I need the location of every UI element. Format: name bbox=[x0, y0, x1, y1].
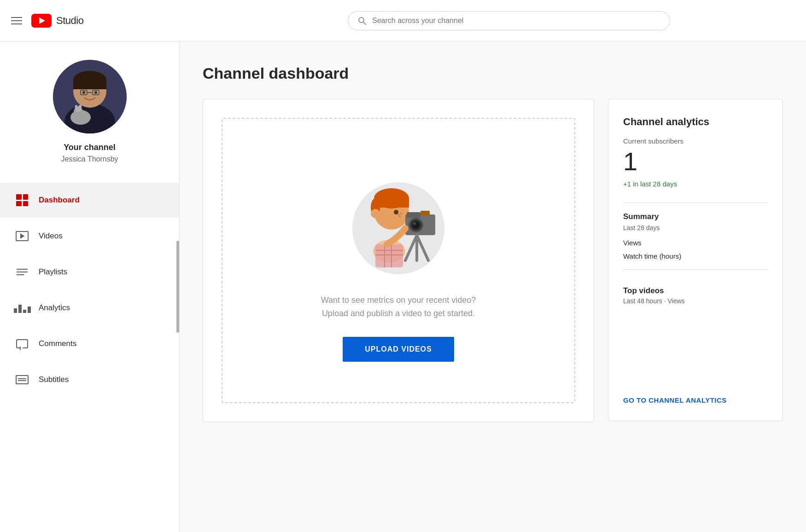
svg-rect-8 bbox=[73, 80, 106, 89]
sidebar-item-playlists[interactable]: Playlists bbox=[0, 254, 179, 289]
comments-icon bbox=[15, 336, 29, 351]
upload-videos-button[interactable]: UPLOAD VIDEOS bbox=[343, 337, 454, 362]
metric-views: Views bbox=[623, 239, 768, 247]
search-bar bbox=[223, 11, 795, 30]
nav-items: Dashboard Videos Playlists bbox=[0, 182, 179, 398]
sidebar-item-label-playlists: Playlists bbox=[39, 267, 67, 277]
upload-prompt: Want to see metrics on your recent video… bbox=[321, 294, 476, 320]
svg-point-13 bbox=[94, 91, 97, 94]
subtitles-icon bbox=[15, 372, 29, 387]
summary-title: Summary bbox=[623, 212, 768, 221]
svg-rect-40 bbox=[421, 211, 430, 215]
avatar bbox=[53, 60, 127, 133]
subscribers-label: Current subscribers bbox=[623, 137, 768, 145]
sidebar-item-videos[interactable]: Videos bbox=[0, 219, 179, 254]
upload-card-inner: Want to see metrics on your recent video… bbox=[222, 118, 575, 403]
sidebar: Your channel Jessica Thornsby Dashboard … bbox=[0, 41, 180, 532]
sidebar-item-label-subtitles: Subtitles bbox=[39, 375, 69, 384]
svg-line-3 bbox=[363, 22, 366, 24]
sidebar-item-dashboard[interactable]: Dashboard bbox=[0, 183, 179, 218]
svg-point-12 bbox=[82, 91, 85, 94]
top-videos-title: Top videos bbox=[623, 286, 768, 295]
dashboard-icon bbox=[15, 193, 29, 208]
metric-watch-time: Watch time (hours) bbox=[623, 252, 768, 260]
upload-card: Want to see metrics on your recent video… bbox=[203, 99, 594, 422]
svg-rect-35 bbox=[407, 212, 421, 218]
svg-point-29 bbox=[394, 210, 398, 214]
sidebar-item-analytics[interactable]: Analytics bbox=[0, 290, 179, 325]
svg-point-32 bbox=[399, 215, 401, 217]
camera-illustration bbox=[339, 159, 458, 279]
analytics-divider-1 bbox=[623, 202, 768, 203]
topbar-left: Studio bbox=[11, 14, 223, 28]
svg-point-39 bbox=[413, 222, 416, 225]
sidebar-item-comments[interactable]: Comments bbox=[0, 326, 179, 361]
sidebar-item-label-comments: Comments bbox=[39, 339, 76, 348]
svg-point-33 bbox=[371, 209, 380, 218]
svg-point-31 bbox=[400, 213, 402, 214]
page-title: Channel dashboard bbox=[203, 64, 783, 82]
channel-username: Jessica Thornsby bbox=[61, 155, 118, 163]
logo-area: Studio bbox=[31, 14, 83, 28]
analytics-card: Channel analytics Current subscribers 1 … bbox=[608, 99, 783, 421]
go-to-channel-analytics-button[interactable]: GO TO CHANNEL ANALYTICS bbox=[623, 385, 768, 404]
dashboard-grid: Want to see metrics on your recent video… bbox=[203, 99, 783, 422]
sidebar-item-label-videos: Videos bbox=[39, 231, 63, 241]
svg-point-30 bbox=[397, 214, 399, 215]
subscribers-count: 1 bbox=[623, 149, 768, 174]
sidebar-scrollbar[interactable] bbox=[176, 241, 179, 333]
channel-name: Your channel bbox=[64, 143, 116, 152]
search-container bbox=[348, 11, 670, 30]
sidebar-item-subtitles[interactable]: Subtitles bbox=[0, 362, 179, 397]
analytics-card-title: Channel analytics bbox=[623, 116, 768, 128]
analytics-icon bbox=[15, 301, 29, 315]
search-input[interactable] bbox=[372, 17, 660, 25]
svg-rect-20 bbox=[375, 244, 403, 267]
analytics-divider-2 bbox=[623, 269, 768, 270]
layout: Your channel Jessica Thornsby Dashboard … bbox=[0, 0, 806, 532]
topbar: Studio bbox=[0, 0, 806, 41]
video-icon bbox=[15, 229, 29, 243]
youtube-logo-icon bbox=[31, 14, 52, 28]
top-videos-sub: Last 48 hours · Views bbox=[623, 297, 768, 305]
sidebar-item-label-dashboard: Dashboard bbox=[39, 196, 80, 205]
summary-period: Last 28 days bbox=[623, 224, 768, 231]
search-icon bbox=[357, 16, 367, 25]
sidebar-item-label-analytics: Analytics bbox=[39, 303, 70, 312]
menu-button[interactable] bbox=[11, 17, 22, 24]
svg-point-38 bbox=[412, 221, 420, 229]
subscribers-change: +1 in last 28 days bbox=[623, 180, 768, 188]
playlist-icon bbox=[15, 265, 29, 279]
app-title: Studio bbox=[56, 15, 83, 27]
main-content: Channel dashboard bbox=[180, 41, 806, 532]
